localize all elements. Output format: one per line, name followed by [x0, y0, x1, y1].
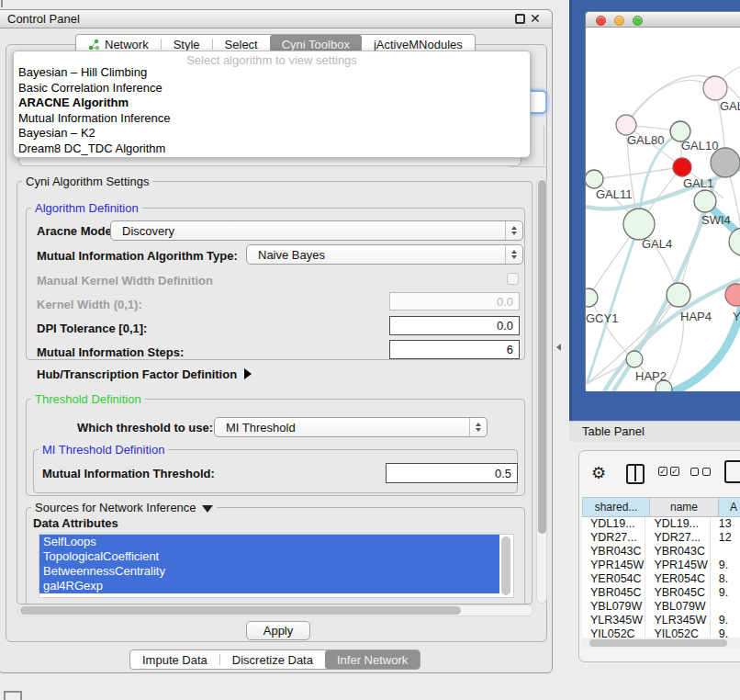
- close-icon[interactable]: ✕: [530, 11, 541, 26]
- attribute-item[interactable]: SelfLoops: [39, 535, 499, 549]
- table-row[interactable]: YBL079WYBL079W: [582, 600, 740, 614]
- hub-definition-expander[interactable]: Hub/Transcription Factor Definition: [37, 367, 252, 381]
- network-node[interactable]: [626, 351, 643, 367]
- panel-grip-icon[interactable]: [4, 691, 22, 700]
- aracne-mode-select[interactable]: Discovery: [110, 220, 523, 241]
- network-node[interactable]: [729, 228, 740, 255]
- data-attributes-list[interactable]: SelfLoopsTopologicalCoefficientBetweenne…: [39, 534, 514, 598]
- table-cell[interactable]: [711, 545, 740, 559]
- kernel-width-field[interactable]: [389, 292, 520, 310]
- table-cell[interactable]: YLR345W: [582, 614, 645, 627]
- table-cell[interactable]: 9.: [711, 627, 740, 638]
- network-node[interactable]: [656, 380, 672, 391]
- table-cell[interactable]: YBL079W: [582, 600, 645, 614]
- table-row[interactable]: YLR345WYLR345W9.: [582, 614, 740, 627]
- tab-impute-data[interactable]: Impute Data: [130, 650, 219, 669]
- apply-button[interactable]: Apply: [246, 621, 310, 640]
- mi-threshold-field[interactable]: [386, 463, 518, 483]
- tab-infer-network[interactable]: Infer Network: [325, 650, 420, 669]
- network-node[interactable]: [711, 148, 740, 177]
- attribute-item[interactable]: BetweennessCentrality: [39, 564, 499, 579]
- table-cell[interactable]: YDR27...: [582, 531, 645, 545]
- table-cell[interactable]: 8.: [711, 572, 740, 586]
- which-threshold-select[interactable]: MI Threshold: [214, 417, 488, 437]
- settings-gear-icon[interactable]: ⚙: [591, 463, 606, 483]
- network-canvas[interactable]: GALGAL80GAL10GAL1GAL11SWI4GAL4HAP4YGCY1H…: [586, 28, 740, 391]
- table-cell[interactable]: YDL19...: [582, 517, 645, 531]
- algorithm-option[interactable]: Bayesian – Hill Climbing: [14, 65, 530, 81]
- table-cell[interactable]: 9.: [711, 559, 740, 572]
- column-layout-icon[interactable]: [626, 464, 645, 484]
- network-node-label: GAL: [720, 99, 740, 113]
- table-cell[interactable]: 9.: [711, 614, 740, 627]
- table-cell[interactable]: YIL052C: [582, 627, 645, 638]
- table-row[interactable]: YIL052CYIL052C9.: [582, 627, 740, 638]
- table-horizontal-scrollbar-thumb[interactable]: [589, 639, 727, 647]
- table-cell[interactable]: YPR145W: [582, 559, 645, 572]
- algorithm-option[interactable]: Basic Correlation Inference: [14, 81, 530, 96]
- float-window-icon[interactable]: [515, 14, 525, 24]
- table-cell[interactable]: YBR045C: [645, 586, 710, 600]
- table-cell[interactable]: YER054C: [582, 572, 645, 586]
- table-cell[interactable]: YIL052C: [645, 627, 710, 638]
- settings-vertical-scrollbar-thumb[interactable]: [538, 180, 546, 534]
- table-row[interactable]: YDL19...YDL19...13: [582, 517, 740, 531]
- network-node[interactable]: [586, 170, 603, 188]
- unchecked-box-icon[interactable]: [690, 468, 699, 476]
- table-row[interactable]: YBR045CYBR045C9.: [582, 586, 740, 600]
- table-cell[interactable]: YBR045C: [582, 586, 645, 600]
- manual-kernel-width-checkbox[interactable]: [507, 273, 519, 285]
- column-header-name[interactable]: name: [650, 497, 719, 517]
- column-header-shared-name[interactable]: shared...: [582, 497, 650, 517]
- algorithm-option[interactable]: ARACNE Algorithm: [14, 96, 530, 111]
- close-traffic-light-icon[interactable]: [596, 16, 606, 26]
- algorithm-option[interactable]: Bayesian – K2: [14, 126, 530, 141]
- settings-horizontal-scrollbar-thumb[interactable]: [20, 606, 461, 615]
- network-window-titlebar[interactable]: [586, 12, 740, 28]
- table-cell[interactable]: 9.: [711, 586, 740, 600]
- attribute-item[interactable]: TopologicalCoefficient: [39, 549, 499, 564]
- zoom-traffic-light-icon[interactable]: [633, 16, 643, 26]
- tab-discretize-data[interactable]: Discretize Data: [220, 650, 325, 669]
- checked-box-icon[interactable]: ✓: [658, 467, 667, 476]
- new-table-icon[interactable]: [724, 460, 740, 483]
- panel-divider-arrow-icon[interactable]: [556, 344, 561, 351]
- column-header-clipped[interactable]: A: [719, 497, 740, 517]
- table-cell[interactable]: YBR043C: [645, 545, 710, 559]
- table-row[interactable]: YER054CYER054C8.: [582, 572, 740, 586]
- network-node[interactable]: [703, 76, 727, 100]
- list-scrollbar[interactable]: [501, 536, 510, 595]
- mi-algorithm-type-select[interactable]: Naive Bayes: [246, 244, 523, 265]
- network-node[interactable]: [694, 190, 716, 212]
- network-node[interactable]: [673, 158, 691, 176]
- network-node[interactable]: [586, 288, 598, 307]
- table-row[interactable]: YPR145WYPR145W9.: [582, 559, 740, 572]
- algorithm-option[interactable]: Dream8 DC_TDC Algorithm: [14, 141, 530, 157]
- dpi-tolerance-field[interactable]: [389, 316, 520, 335]
- table-cell[interactable]: YBR043C: [582, 545, 645, 559]
- control-panel-titlebar[interactable]: [0, 9, 553, 28]
- network-node[interactable]: [616, 115, 636, 135]
- table-cell[interactable]: YLR345W: [645, 614, 710, 627]
- mi-steps-field[interactable]: [389, 340, 520, 359]
- attribute-item[interactable]: gal4RGexp: [39, 579, 499, 593]
- table-cell[interactable]: 12: [711, 531, 740, 545]
- unchecked-box-icon[interactable]: [702, 468, 711, 476]
- table-cell[interactable]: [711, 600, 740, 614]
- table-row[interactable]: YBR043CYBR043C: [582, 545, 740, 559]
- checked-box-icon[interactable]: ✓: [670, 467, 679, 476]
- network-window[interactable]: GALGAL80GAL10GAL1GAL11SWI4GAL4HAP4YGCY1H…: [585, 11, 740, 390]
- sources-expander[interactable]: Sources for Network Inference: [31, 501, 217, 514]
- network-node-label: HAP4: [680, 310, 712, 323]
- table-cell[interactable]: YDL19...: [645, 517, 710, 531]
- table-cell[interactable]: YER054C: [645, 572, 710, 586]
- network-node[interactable]: [667, 283, 690, 307]
- table-cell[interactable]: YBL079W: [645, 600, 710, 614]
- algorithm-option[interactable]: Mutual Information Inference: [14, 111, 530, 127]
- table-cell[interactable]: 13: [711, 517, 740, 531]
- table-cell[interactable]: YDR27...: [645, 531, 710, 545]
- minimize-traffic-light-icon[interactable]: [614, 16, 624, 26]
- table-cell[interactable]: YPR145W: [645, 559, 710, 572]
- network-node[interactable]: [623, 209, 655, 240]
- table-row[interactable]: YDR27...YDR27...12: [582, 531, 740, 545]
